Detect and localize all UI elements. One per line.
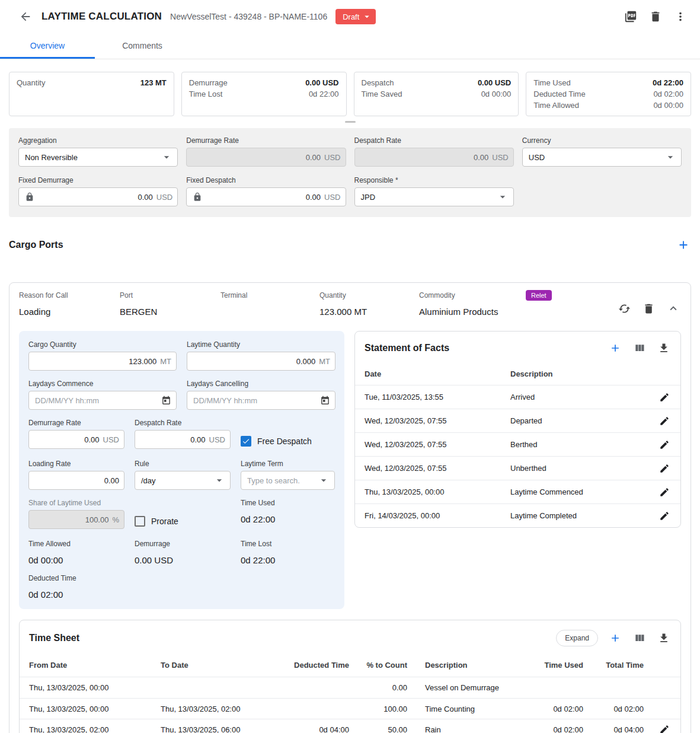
summary-label: Time Allowed — [533, 100, 579, 111]
edit-row-button[interactable] — [658, 509, 671, 522]
timesheet-row: Thu, 13/03/2025, 00:00 0.00 Vessel on De… — [20, 677, 680, 698]
ts-from-date-cell: Thu, 13/03/2025, 00:00 — [29, 683, 161, 692]
loading-rate-input[interactable]: 0.00 — [28, 471, 124, 490]
ts-from-date-cell: Thu, 13/03/2025, 02:00 — [29, 725, 161, 733]
sof-columns-button[interactable] — [632, 341, 647, 355]
time-used-display: Time Used 0d 22:00 — [241, 499, 335, 531]
laytime-quantity-input[interactable]: 0.000MT — [187, 352, 335, 371]
sof-date-cell: Tue, 11/03/2025, 13:55 — [365, 393, 510, 401]
back-button[interactable] — [18, 9, 33, 24]
kebab-menu-icon — [674, 10, 687, 23]
ts-col-total-time: Total Time — [583, 661, 644, 670]
ts-total-time-cell: 0d 02:00 — [583, 705, 644, 713]
sof-date-cell: Wed, 12/03/2025, 07:55 — [365, 416, 510, 425]
laydays-commence-label: Laydays Commence — [28, 380, 177, 388]
ts-description-cell: Rain — [407, 725, 524, 733]
pencil-icon — [659, 511, 670, 521]
recalculate-button[interactable] — [617, 301, 632, 316]
free-despatch-label: Free Despatch — [257, 436, 312, 446]
tab-overview[interactable]: Overview — [0, 33, 95, 59]
laydays-commence-input[interactable]: DD/MM/YY hh:mm — [28, 391, 177, 410]
deducted-time-display: Deducted Time 0d 02:00 — [28, 574, 124, 600]
columns-icon — [634, 342, 645, 354]
fixed-despatch-value: 0.00 — [306, 193, 321, 202]
currency-value: USD — [529, 153, 545, 162]
fixed-despatch-input[interactable]: 0.00USD — [186, 187, 346, 206]
edit-row-button[interactable] — [658, 462, 671, 475]
more-options-button[interactable] — [673, 9, 688, 24]
ts-to-date-cell: Thu, 13/03/2025, 02:00 — [161, 705, 279, 713]
chevron-down-icon — [497, 191, 509, 203]
trash-icon — [643, 302, 655, 315]
ts-col-description: Description — [407, 661, 524, 670]
laydays-cancelling-input[interactable]: DD/MM/YY hh:mm — [187, 391, 335, 410]
add-port-button[interactable] — [676, 237, 691, 253]
delete-button[interactable] — [648, 9, 663, 24]
port-header: Reason for Call Loading Port BERGEN Term… — [19, 291, 681, 317]
calendar-icon[interactable] — [320, 396, 330, 406]
fixed-demurrage-label: Fixed Demurrage — [18, 176, 178, 184]
fixed-demurrage-input[interactable]: 0.00USD — [18, 187, 178, 206]
collapse-port-button[interactable] — [666, 301, 681, 316]
timesheet-columns-button[interactable] — [632, 631, 647, 645]
status-badge[interactable]: Draft — [335, 9, 376, 24]
edit-row-button[interactable] — [658, 391, 671, 404]
page-title: LAYTIME CALCULATION — [41, 11, 162, 23]
sof-date-cell: Wed, 12/03/2025, 07:55 — [365, 464, 510, 473]
laytime-term-label: Laytime Term — [241, 460, 335, 468]
ts-pct-to-count-cell: 100.00 — [349, 705, 407, 713]
currency-select[interactable]: USD — [522, 148, 682, 167]
prorate-checkbox[interactable]: Prorate — [135, 512, 231, 531]
sof-col-description: Description — [510, 369, 650, 378]
aggregation-value: Non Reversible — [25, 153, 78, 162]
cargo-quantity-label: Cargo Quantity — [28, 340, 177, 349]
sof-download-button[interactable] — [657, 341, 671, 355]
tab-comments[interactable]: Comments — [95, 33, 190, 59]
free-despatch-checkbox[interactable]: Free Despatch — [241, 432, 335, 451]
summary-value: 0d 22:00 — [653, 77, 683, 88]
timesheet-download-button[interactable] — [657, 631, 671, 645]
cargo-quantity-input[interactable]: 123.000MT — [28, 352, 177, 371]
sof-date-cell: Thu, 13/03/2025, 00:00 — [365, 487, 510, 496]
collapse-handle[interactable] — [345, 121, 356, 123]
responsible-select[interactable]: JPD — [354, 187, 514, 206]
summary-label: Time Used — [533, 77, 570, 88]
plus-icon — [609, 342, 621, 354]
loading-rate-label: Loading Rate — [28, 460, 124, 468]
edit-row-button[interactable] — [658, 486, 671, 499]
sof-table-header: Date Description — [355, 362, 680, 385]
detail-demurrage-rate-input[interactable]: 0.00USD — [28, 430, 124, 449]
edit-row-button[interactable] — [658, 438, 671, 451]
ts-description-cell: Vessel on Demurrage — [407, 683, 524, 692]
summary-value: 0d 00:00 — [653, 100, 683, 111]
sof-date-cell: Fri, 14/03/2025, 00:00 — [365, 511, 510, 520]
responsible-value: JPD — [361, 193, 376, 202]
sof-row: Tue, 11/03/2025, 13:55 Arrived — [355, 385, 680, 409]
edit-row-button[interactable] — [658, 415, 671, 428]
summary-value: 0.00 USD — [478, 77, 511, 88]
edit-row-button[interactable] — [658, 723, 671, 733]
summary-value: 0d 02:00 — [653, 88, 683, 100]
ts-pct-to-count-cell: 0.00 — [349, 683, 407, 692]
topbar-actions — [623, 9, 688, 24]
timesheet-add-button[interactable] — [608, 631, 622, 645]
port-quantity: Quantity 123.000 MT — [319, 291, 419, 317]
export-pdf-button[interactable] — [623, 9, 638, 24]
expand-button[interactable]: Expand — [556, 630, 598, 646]
aggregation-select[interactable]: Non Reversible — [18, 148, 178, 167]
sof-add-button[interactable] — [608, 341, 622, 355]
laytime-term-select[interactable]: Type to search. — [241, 471, 335, 490]
summary-value: 0d 22:00 — [309, 88, 339, 100]
detail-despatch-rate-input[interactable]: 0.00USD — [135, 430, 231, 449]
calendar-icon[interactable] — [161, 396, 171, 406]
download-icon — [658, 342, 670, 354]
time-sheet-card: Time Sheet Expand From Date To Date Dedu… — [19, 620, 681, 733]
columns-icon — [634, 632, 645, 644]
ts-description-cell: Time Counting — [407, 705, 524, 713]
rule-select[interactable]: /day — [135, 471, 231, 490]
delete-port-button[interactable] — [641, 301, 656, 316]
cargo-ports-title: Cargo Ports — [9, 240, 63, 250]
sof-row: Wed, 12/03/2025, 07:55 Unberthed — [355, 456, 680, 480]
sof-description-cell: Arrived — [510, 393, 650, 401]
port-actions — [617, 291, 681, 316]
